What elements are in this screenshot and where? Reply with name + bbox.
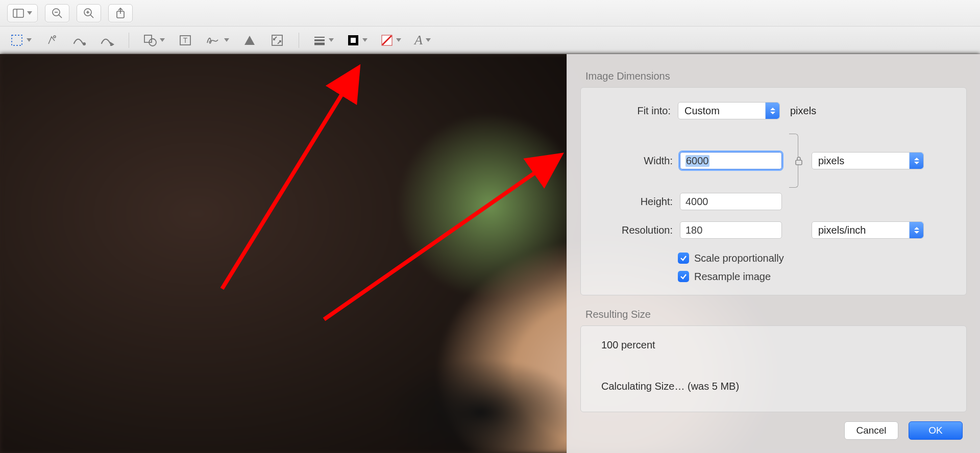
chevron-down-icon (27, 11, 32, 15)
resulting-size-group: 100 percent Calculating Size… (was 5 MB) (580, 325, 967, 412)
lock-icon (794, 156, 803, 165)
svg-line-6 (90, 15, 93, 18)
svg-marker-19 (244, 36, 255, 45)
resulting-size-heading: Resulting Size (567, 307, 980, 325)
resolution-unit-select[interactable]: pixels/inch (812, 221, 924, 239)
border-color-tool[interactable] (344, 30, 371, 51)
fit-into-label: Fit into: (589, 105, 671, 117)
fit-into-unit: pixels (790, 105, 816, 117)
chevron-down-icon (396, 38, 401, 42)
checkbox-checked-icon (678, 253, 689, 264)
toolbar-separator (299, 33, 299, 48)
aspect-lock[interactable] (789, 133, 804, 189)
calculating-size-text: Calculating Size… (was 5 MB) (591, 351, 956, 392)
svg-rect-11 (12, 35, 22, 45)
line-weight-tool[interactable] (310, 30, 337, 51)
size-unit-select[interactable]: pixels (812, 152, 924, 169)
image-dimensions-group: Fit into: Custom pixels Width: 6000 (580, 87, 967, 295)
svg-text:T: T (183, 36, 188, 44)
svg-marker-14 (111, 43, 113, 46)
svg-rect-15 (144, 35, 152, 42)
resulting-percent: 100 percent (591, 336, 956, 351)
markup-toolbar: T A (0, 27, 980, 54)
fit-into-value: Custom (684, 105, 720, 117)
resize-dialog: Image Dimensions Fit into: Custom pixels… (567, 54, 980, 453)
resolution-label: Resolution: (591, 224, 673, 236)
sidebar-toggle-button[interactable] (7, 4, 38, 22)
svg-point-12 (54, 36, 56, 38)
height-label: Height: (591, 196, 673, 208)
select-stepper-icon (909, 153, 923, 169)
zoom-out-button[interactable] (45, 4, 69, 22)
width-label: Width: (591, 155, 673, 167)
sketch-tool[interactable] (69, 30, 90, 51)
resample-image-label: Resample image (694, 271, 771, 283)
resolution-input[interactable]: 180 (680, 221, 782, 239)
svg-point-13 (83, 43, 85, 45)
instant-alpha-tool[interactable] (42, 30, 62, 51)
resample-image-checkbox[interactable]: Resample image (678, 267, 956, 286)
chevron-down-icon (27, 38, 32, 42)
resolution-unit-value: pixels/inch (818, 224, 866, 236)
height-input[interactable]: 4000 (680, 193, 782, 210)
shapes-tool[interactable] (140, 30, 168, 51)
chevron-down-icon (160, 38, 165, 42)
canvas-area: Image Dimensions Fit into: Custom pixels… (0, 54, 980, 453)
svg-line-3 (59, 15, 62, 18)
sign-tool[interactable] (203, 30, 232, 51)
selection-tool[interactable] (7, 30, 35, 51)
window-toolbar (0, 0, 980, 27)
select-stepper-icon (765, 103, 779, 119)
image-dimensions-heading: Image Dimensions (567, 68, 980, 87)
font-style-tool[interactable]: A (411, 30, 434, 51)
chevron-down-icon (329, 38, 334, 42)
zoom-in-button[interactable] (77, 4, 101, 22)
chevron-down-icon (426, 38, 431, 42)
scale-proportionally-checkbox[interactable]: Scale proportionally (678, 249, 956, 267)
text-tool[interactable]: T (175, 30, 195, 51)
share-button[interactable] (108, 4, 133, 22)
height-value: 4000 (685, 196, 708, 208)
scale-proportionally-label: Scale proportionally (694, 253, 784, 264)
toolbar-separator (129, 33, 129, 48)
adjust-size-tool[interactable] (267, 30, 287, 51)
resolution-value: 180 (685, 224, 702, 236)
adjust-color-tool[interactable] (239, 30, 260, 51)
width-value: 6000 (685, 155, 709, 167)
size-unit-value: pixels (818, 155, 844, 167)
width-input[interactable]: 6000 (680, 152, 782, 169)
dialog-buttons: Cancel OK (844, 421, 963, 440)
svg-rect-25 (351, 38, 356, 43)
fit-into-select[interactable]: Custom (678, 102, 780, 119)
chevron-down-icon (224, 38, 229, 42)
chevron-down-icon (362, 38, 368, 42)
svg-rect-20 (272, 35, 282, 45)
ok-button[interactable]: OK (909, 421, 963, 440)
select-stepper-icon (909, 222, 923, 238)
draw-tool[interactable] (97, 30, 117, 51)
svg-rect-30 (796, 160, 802, 165)
fill-color-tool[interactable] (378, 30, 404, 51)
cancel-button[interactable]: Cancel (844, 421, 898, 440)
checkbox-checked-icon (678, 271, 689, 282)
svg-rect-0 (13, 9, 23, 17)
